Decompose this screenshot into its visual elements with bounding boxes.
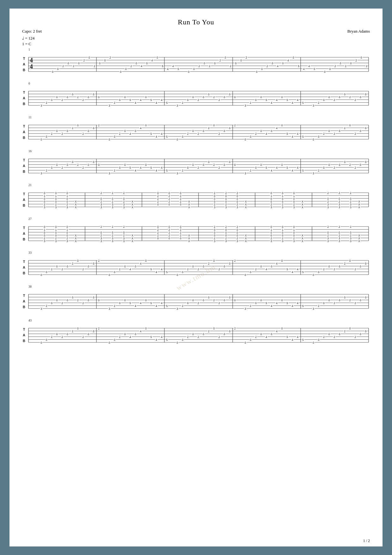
svg-text:0: 0: [281, 259, 283, 262]
svg-text:2: 2: [51, 335, 52, 339]
svg-text:1: 1: [282, 194, 284, 197]
svg-text:2: 2: [168, 200, 170, 203]
svg-text:2: 2: [182, 101, 183, 104]
svg-text:0: 0: [77, 124, 79, 127]
svg-text:0: 0: [124, 299, 126, 302]
svg-text:0: 0: [66, 197, 68, 200]
svg-text:0: 0: [156, 56, 158, 59]
svg-text:0: 0: [224, 299, 225, 302]
svg-text:2: 2: [180, 194, 181, 197]
svg-text:4: 4: [156, 271, 157, 274]
svg-text:2: 2: [182, 304, 183, 308]
svg-text:3: 3: [40, 172, 42, 175]
svg-text:2: 2: [83, 132, 84, 135]
svg-text:0: 0: [256, 70, 258, 73]
svg-text:0: 0: [177, 138, 178, 141]
svg-text:B: B: [23, 136, 25, 140]
svg-text:3: 3: [112, 237, 113, 240]
svg-text:3: 3: [245, 104, 246, 107]
svg-text:5: 5: [150, 302, 152, 305]
svg-text:5: 5: [286, 98, 288, 102]
svg-text:2: 2: [83, 98, 84, 102]
svg-text:0: 0: [51, 302, 52, 305]
svg-text:0: 0: [328, 163, 330, 166]
svg-text:B: B: [23, 237, 25, 241]
svg-text:0: 0: [55, 225, 57, 228]
svg-text:0: 0: [328, 299, 330, 302]
svg-text:5: 5: [302, 304, 304, 308]
tab-system-16: 16TAB32002002200032005440544532002002200…: [22, 149, 370, 179]
svg-text:5: 5: [177, 67, 179, 71]
svg-text:0: 0: [229, 262, 230, 265]
svg-text:3: 3: [282, 240, 284, 243]
svg-text:2: 2: [354, 166, 356, 169]
svg-text:2: 2: [282, 237, 284, 240]
key-label: 1 = C: [22, 41, 31, 46]
svg-text:A: A: [23, 265, 25, 269]
svg-text:0: 0: [260, 129, 262, 133]
svg-text:4: 4: [140, 330, 142, 333]
svg-text:2: 2: [44, 237, 46, 240]
svg-rect-408: [370, 123, 370, 127]
svg-text:0: 0: [349, 124, 351, 127]
svg-text:2: 2: [334, 65, 336, 68]
svg-text:0: 0: [192, 129, 194, 133]
svg-text:3: 3: [313, 172, 314, 175]
svg-text:0: 0: [350, 62, 352, 65]
svg-text:0: 0: [46, 271, 47, 274]
staff-svg: 43TAB00202020200200204040544500202020200…: [22, 319, 370, 347]
svg-text:X: X: [188, 234, 190, 237]
svg-text:0: 0: [57, 67, 59, 71]
svg-text:A: A: [23, 62, 25, 66]
svg-text:3: 3: [350, 240, 352, 243]
svg-text:0: 0: [271, 265, 273, 268]
svg-text:0: 0: [114, 338, 115, 341]
svg-text:0: 0: [46, 135, 47, 138]
svg-text:2: 2: [198, 302, 199, 305]
svg-text:3: 3: [245, 307, 246, 310]
svg-text:0: 0: [192, 265, 194, 268]
svg-text:11: 11: [28, 115, 32, 119]
svg-text:0: 0: [145, 124, 147, 127]
svg-text:4: 4: [276, 127, 278, 130]
svg-text:4: 4: [266, 268, 267, 271]
svg-text:5: 5: [150, 98, 152, 102]
svg-text:0: 0: [234, 96, 236, 99]
svg-text:X: X: [188, 200, 190, 203]
svg-text:4: 4: [292, 338, 293, 341]
svg-text:X: X: [302, 203, 303, 206]
svg-text:3: 3: [66, 206, 68, 209]
svg-text:2: 2: [168, 197, 170, 200]
svg-text:0: 0: [146, 62, 148, 65]
svg-text:A: A: [23, 198, 25, 202]
svg-text:0: 0: [78, 62, 80, 65]
svg-text:38: 38: [28, 285, 32, 288]
svg-text:0: 0: [192, 163, 194, 166]
svg-text:2: 2: [344, 127, 346, 130]
svg-text:B: B: [23, 102, 25, 106]
svg-text:4: 4: [135, 169, 136, 172]
svg-text:2: 2: [318, 169, 320, 172]
svg-text:3: 3: [225, 240, 227, 243]
svg-text:2: 2: [327, 200, 329, 203]
svg-text:5: 5: [150, 335, 152, 339]
svg-text:2: 2: [208, 330, 210, 333]
svg-text:0: 0: [282, 62, 284, 65]
svg-text:5: 5: [166, 271, 168, 274]
svg-text:2: 2: [236, 237, 238, 240]
svg-text:2: 2: [293, 237, 295, 240]
svg-text:3: 3: [236, 206, 238, 209]
svg-text:0: 0: [182, 135, 183, 138]
svg-text:0: 0: [365, 296, 367, 299]
svg-text:4: 4: [161, 335, 162, 339]
svg-text:4: 4: [161, 302, 162, 305]
svg-text:0: 0: [255, 98, 257, 102]
svg-text:2: 2: [225, 203, 227, 206]
svg-text:2: 2: [101, 234, 102, 237]
svg-text:4: 4: [156, 169, 157, 172]
svg-text:T: T: [23, 192, 25, 196]
svg-text:0: 0: [40, 138, 42, 141]
svg-text:2: 2: [61, 268, 63, 271]
svg-text:2: 2: [234, 124, 236, 127]
svg-text:3: 3: [339, 206, 340, 209]
